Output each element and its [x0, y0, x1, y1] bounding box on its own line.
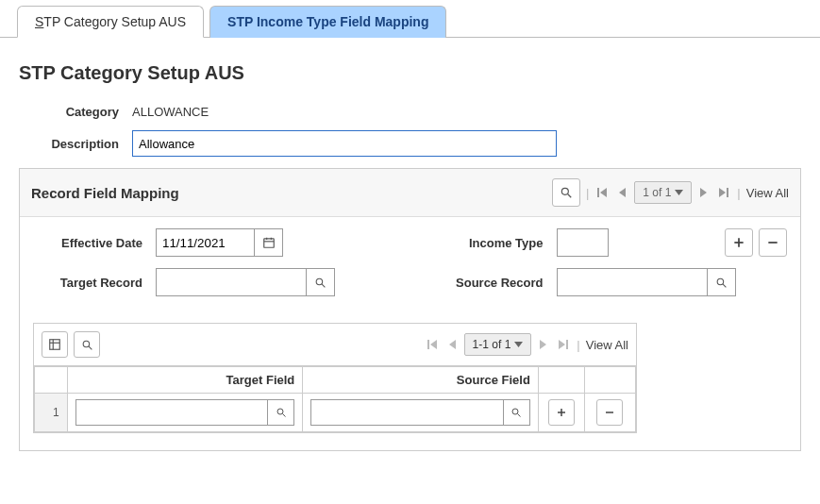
grid-first-button[interactable]	[425, 339, 440, 350]
search-icon	[314, 277, 326, 289]
effective-date-input[interactable]	[156, 228, 255, 257]
search-icon	[560, 186, 573, 199]
income-type-input[interactable]	[557, 228, 609, 257]
first-icon	[596, 187, 608, 198]
counter-text: 1 of 1	[643, 186, 671, 199]
grid-last-button[interactable]	[556, 339, 571, 350]
svg-point-0	[561, 188, 568, 194]
target-field-header[interactable]: Target Field	[67, 367, 303, 394]
counter-text: 1-1 of 1	[473, 338, 511, 351]
income-type-label: Income Type	[434, 236, 557, 250]
separator: |	[737, 186, 740, 200]
source-record-label: Source Record	[434, 276, 557, 290]
calendar-button[interactable]	[255, 228, 283, 257]
svg-marker-28	[514, 342, 523, 347]
target-field-input[interactable]	[75, 399, 269, 426]
delete-header	[584, 367, 635, 394]
svg-rect-31	[566, 340, 568, 349]
svg-point-34	[512, 409, 518, 414]
personalize-button[interactable]	[42, 331, 68, 358]
search-icon	[715, 277, 728, 289]
last-icon	[558, 339, 569, 350]
svg-point-32	[277, 409, 283, 414]
svg-rect-2	[597, 188, 599, 197]
tab-strip: STP Category Setup AUS STP Income Type F…	[0, 0, 820, 38]
find-button[interactable]	[552, 178, 580, 207]
description-label: Description	[19, 137, 132, 151]
category-label: Category	[19, 105, 132, 119]
plus-icon	[732, 236, 745, 249]
plus-icon	[556, 407, 567, 418]
target-record-label: Target Record	[33, 276, 156, 290]
search-icon	[276, 407, 287, 418]
last-button[interactable]	[716, 187, 731, 198]
grid-next-button[interactable]	[537, 339, 550, 350]
svg-marker-29	[540, 340, 546, 349]
grid-customize-icon	[48, 338, 61, 351]
calendar-icon	[262, 236, 276, 249]
tab-income-type-mapping[interactable]: STP Income Type Field Mapping	[209, 6, 446, 38]
source-field-lookup-button[interactable]	[504, 399, 530, 426]
first-button[interactable]	[594, 187, 610, 198]
grid-prev-button[interactable]	[445, 339, 459, 350]
delete-row-button[interactable]	[759, 228, 787, 257]
svg-line-24	[89, 346, 92, 349]
search-icon	[510, 407, 522, 418]
grid-add-row-button[interactable]	[548, 399, 575, 426]
chevron-down-icon	[514, 342, 523, 347]
tab-label-rest: TP Category Setup AUS	[43, 14, 186, 29]
svg-rect-8	[727, 188, 728, 197]
svg-marker-3	[600, 188, 607, 197]
source-field-input[interactable]	[310, 399, 504, 426]
table-row: 1	[35, 394, 636, 432]
source-record-lookup-button[interactable]	[708, 268, 736, 296]
group-title: Record Field Mapping	[31, 185, 179, 201]
grid-counter[interactable]: 1-1 of 1	[464, 333, 532, 356]
grid-header-row: Target Field Source Field	[35, 367, 636, 394]
record-field-mapping-group: Record Field Mapping | 1 of 1	[19, 168, 801, 451]
last-icon	[718, 187, 729, 198]
row-counter[interactable]: 1 of 1	[634, 181, 692, 204]
svg-point-15	[717, 278, 724, 285]
category-value: ALLOWANCE	[132, 105, 209, 119]
separator: |	[577, 338, 579, 352]
target-record-lookup-button[interactable]	[307, 268, 335, 296]
next-icon	[539, 339, 548, 350]
view-all-link[interactable]: View All	[746, 186, 789, 200]
svg-rect-25	[427, 340, 429, 349]
row-number: 1	[35, 394, 68, 432]
svg-line-14	[322, 284, 325, 287]
description-input[interactable]	[132, 130, 557, 157]
chevron-down-icon	[675, 190, 683, 195]
grid-find-button[interactable]	[74, 331, 100, 358]
search-icon	[81, 339, 93, 351]
source-field-header[interactable]: Source Field	[303, 367, 539, 394]
svg-marker-5	[675, 190, 683, 195]
svg-marker-30	[559, 340, 565, 349]
source-record-input[interactable]	[557, 268, 708, 296]
svg-marker-4	[619, 188, 626, 197]
grid-view-all-link[interactable]: View All	[586, 338, 628, 352]
page-title: STP Category Setup AUS	[19, 62, 801, 84]
minus-icon	[604, 407, 615, 418]
target-record-input[interactable]	[156, 268, 307, 296]
tab-accelerator: S	[35, 14, 43, 29]
svg-line-16	[723, 284, 726, 287]
next-button[interactable]	[697, 187, 711, 198]
prev-button[interactable]	[615, 187, 628, 198]
svg-line-1	[568, 194, 572, 198]
add-row-button[interactable]	[725, 228, 753, 257]
svg-marker-27	[449, 340, 456, 349]
svg-line-35	[518, 414, 521, 417]
svg-point-13	[316, 278, 323, 285]
tab-category-setup[interactable]: STP Category Setup AUS	[17, 6, 204, 38]
minus-icon	[766, 236, 779, 249]
svg-rect-9	[263, 239, 274, 247]
target-field-lookup-button[interactable]	[268, 399, 294, 426]
svg-marker-6	[700, 188, 707, 197]
tab-label: STP Income Type Field Mapping	[227, 14, 428, 29]
field-mapping-grid: 1-1 of 1 | View All	[33, 323, 637, 433]
first-icon	[427, 339, 438, 350]
svg-marker-7	[719, 188, 726, 197]
grid-delete-row-button[interactable]	[596, 399, 623, 426]
